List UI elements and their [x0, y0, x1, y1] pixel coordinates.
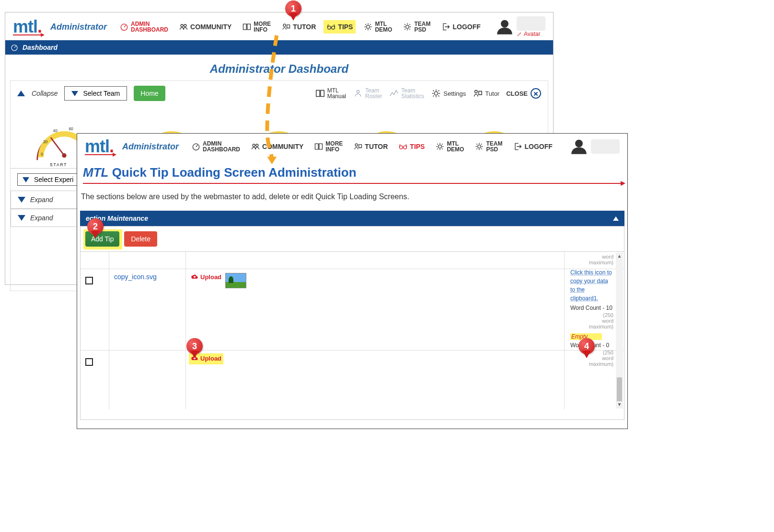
- vertical-scrollbar[interactable]: ▲ ▼: [616, 253, 623, 408]
- svg-point-21: [253, 144, 255, 147]
- nav-admin-dashboard[interactable]: ADMINDASHBOARD: [188, 139, 243, 154]
- title-arrow-divider: [83, 183, 622, 184]
- scroll-up-button[interactable]: ▲: [616, 253, 623, 260]
- expand-label: Expand: [30, 214, 53, 222]
- table-row: copy_icon.svg Upload: [81, 269, 624, 351]
- logo-text: mtl: [85, 136, 109, 156]
- nav-tutor[interactable]: TUTOR: [350, 140, 391, 153]
- glasses-icon: [398, 142, 408, 151]
- nav-logoff[interactable]: LOGOFF: [438, 20, 483, 34]
- page-title: MTL Quick Tip Loading Screen Administrat…: [83, 165, 622, 180]
- dashboard-toolbar: Collapse Select Team Home MTLManual Team…: [11, 81, 548, 106]
- nav-tips-highlighted[interactable]: TIPS: [323, 20, 356, 34]
- glasses-icon: [326, 22, 336, 32]
- row-checkbox[interactable]: [85, 277, 93, 284]
- nav-more-info[interactable]: MOREINFO: [239, 19, 274, 34]
- nav-team-psd[interactable]: TEAMPSD: [400, 19, 433, 34]
- tool-team-statistics[interactable]: TeamStatistics: [389, 88, 424, 99]
- collapse-triangle-icon[interactable]: [17, 91, 25, 96]
- select-experiment-label: Select Experi: [34, 176, 73, 183]
- upload-button-highlighted[interactable]: Upload: [191, 354, 221, 362]
- tip-text-link[interactable]: Click this icon to copy your data to the…: [570, 268, 613, 303]
- scroll-down-button[interactable]: ▼: [616, 401, 623, 408]
- dashboard-bar: Dashboard: [5, 40, 553, 55]
- nav-tips-active[interactable]: TIPS: [395, 140, 427, 153]
- avatar-block: Avatar: [496, 16, 545, 37]
- empty-highlight: Empty: [570, 333, 602, 340]
- svg-text:60: 60: [69, 126, 73, 131]
- dash-right-tools: MTLManual TeamRoster TeamStatistics Sett…: [315, 88, 541, 99]
- front-window: mtl. Administrator ADMINDASHBOARD COMMUN…: [77, 133, 628, 429]
- tool-mtl-manual[interactable]: MTLManual: [315, 88, 346, 99]
- row-checkbox[interactable]: [85, 358, 93, 366]
- section-maintenance-header[interactable]: ection Maintenance: [80, 211, 624, 226]
- back-nav: mtl. Administrator ADMINDASHBOARD COMMUN…: [5, 12, 553, 40]
- home-button[interactable]: Home: [134, 86, 165, 101]
- add-tip-button[interactable]: Add Tip: [85, 231, 119, 247]
- svg-point-22: [256, 144, 258, 147]
- tool-tutor[interactable]: Tutor: [473, 88, 499, 99]
- edit-avatar-link[interactable]: Avatar: [517, 31, 540, 37]
- svg-point-6: [367, 25, 370, 29]
- nav-admin-dashboard[interactable]: ADMINDASHBOARD: [116, 19, 171, 34]
- logout-icon: [441, 22, 451, 32]
- svg-point-10: [357, 91, 359, 93]
- svg-point-8: [501, 20, 508, 28]
- nav-community[interactable]: COMMUNITY: [248, 140, 306, 153]
- svg-point-24: [400, 146, 403, 149]
- svg-point-26: [439, 145, 442, 148]
- nav-more-info[interactable]: MOREINFO: [311, 139, 346, 154]
- gear-icon: [474, 142, 484, 151]
- chevron-down-icon: [71, 91, 78, 96]
- svg-point-1: [181, 24, 183, 27]
- nav-team-psd[interactable]: TEAMPSD: [472, 139, 505, 154]
- select-team-label: Select Team: [83, 90, 120, 97]
- expand-triangle-icon: [18, 215, 25, 221]
- empty-label[interactable]: Empty: [571, 333, 588, 340]
- role-label: Administrator: [50, 22, 107, 32]
- logout-icon: [513, 142, 522, 151]
- delete-button[interactable]: Delete: [124, 231, 157, 247]
- avatar-block: [570, 137, 620, 156]
- svg-text:40: 40: [53, 128, 58, 133]
- upload-button[interactable]: Upload: [191, 273, 221, 281]
- svg-point-12: [475, 91, 478, 93]
- tutor-icon: [353, 142, 363, 151]
- gauge-icon: [191, 142, 201, 151]
- section-heading-label: ection Maintenance: [86, 215, 148, 222]
- image-thumbnail: [225, 273, 246, 288]
- nav-mtl-demo[interactable]: MTLDEMO: [432, 139, 467, 154]
- people-icon: [353, 88, 363, 99]
- book-icon: [315, 88, 325, 99]
- gear-icon: [435, 142, 445, 151]
- tool-settings[interactable]: Settings: [431, 88, 466, 99]
- logo: mtl.: [13, 18, 42, 35]
- upload-cell: Upload: [186, 351, 565, 403]
- expand-triangle-icon: [18, 197, 25, 203]
- nav-mtl-demo[interactable]: MTLDEMO: [360, 19, 395, 34]
- svg-point-7: [406, 25, 409, 29]
- logo-underline-arrow: [85, 154, 114, 155]
- book-icon: [314, 142, 323, 151]
- filename-cell[interactable]: [109, 351, 186, 403]
- front-header: MTL Quick Tip Loading Screen Administrat…: [77, 158, 627, 183]
- filename-cell[interactable]: copy_icon.svg: [109, 269, 186, 350]
- select-experiment-dropdown[interactable]: Select Experi: [17, 173, 79, 186]
- tool-team-roster[interactable]: TeamRoster: [353, 88, 382, 99]
- admin-dashboard-heading: Administrator Dashboard: [5, 62, 553, 76]
- collapse-triangle-icon: [613, 216, 619, 221]
- people-icon: [179, 22, 188, 32]
- logo-text: mtl: [13, 17, 37, 36]
- table-row: Upload: [81, 351, 624, 403]
- nav-logoff[interactable]: LOGOFF: [510, 140, 555, 153]
- svg-point-3: [284, 24, 286, 26]
- close-button[interactable]: CLOSE: [506, 88, 541, 99]
- svg-text:START: START: [50, 162, 67, 167]
- tutor-icon: [281, 22, 291, 32]
- nav-community[interactable]: COMMUNITY: [176, 20, 234, 34]
- select-team-dropdown[interactable]: Select Team: [64, 86, 127, 101]
- tip-text-pane: wordmaximum) Click this icon to copy you…: [568, 252, 615, 405]
- svg-point-0: [121, 24, 127, 30]
- nav-tutor[interactable]: TUTOR: [278, 20, 319, 34]
- svg-point-18: [62, 153, 66, 158]
